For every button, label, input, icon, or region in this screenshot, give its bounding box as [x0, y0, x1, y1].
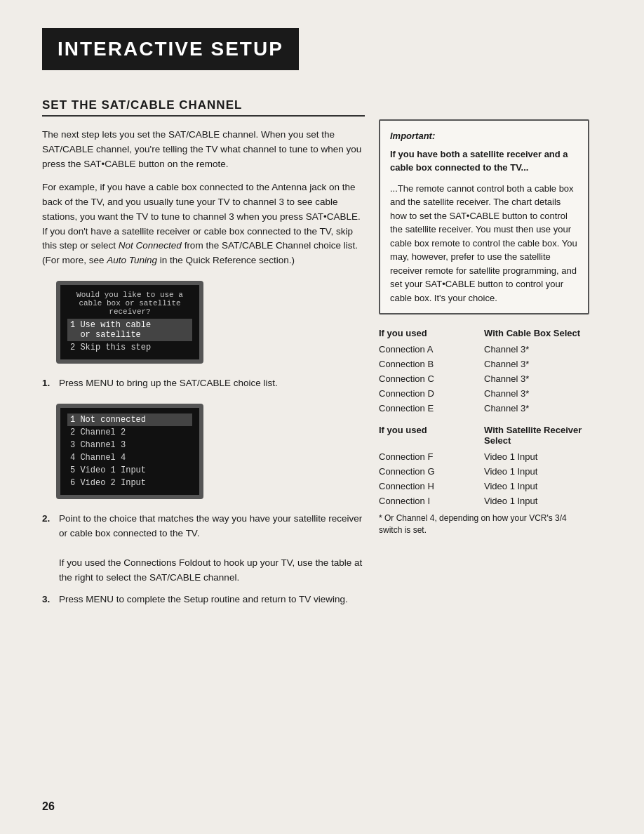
- step-1-num: 1.: [42, 376, 53, 391]
- row-d-col1: Connection D: [379, 388, 484, 399]
- important-intro: If you have both a satellite receiver an…: [390, 147, 578, 175]
- table-row-e: Connection E Channel 3*: [379, 401, 589, 416]
- page-container: INTERACTIVE SETUP SET THE SAT/CABLE CHAN…: [0, 0, 644, 834]
- row-e-col1: Connection E: [379, 403, 484, 413]
- main-content: SET THE SAT/CABLE CHANNEL The next step …: [0, 70, 644, 642]
- screen1-title: Would you like to use acable box or sate…: [67, 291, 192, 316]
- table-h2-col1: If you used: [379, 425, 484, 446]
- header-banner: INTERACTIVE SETUP: [42, 28, 299, 70]
- table-row-d: Connection D Channel 3*: [379, 386, 589, 401]
- step-1-text: Press MENU to bring up the SAT/CABLE cho…: [59, 376, 365, 391]
- steps-list-2: 2. Point to the choice that matches the …: [42, 512, 365, 607]
- table-h1-col1: If you used: [379, 328, 484, 338]
- table-row-b: Connection B Channel 3*: [379, 357, 589, 371]
- tv-screen-2: 1 Not connected 2 Channel 2 3 Channel 3 …: [56, 404, 203, 499]
- screen1-item-1: 1 Use with cable or satellite: [67, 319, 192, 341]
- row-c-col2: Channel 3*: [484, 373, 589, 384]
- channel-table: If you used With Cable Box Select Connec…: [379, 326, 589, 536]
- important-box: Important: If you have both a satellite …: [379, 119, 589, 315]
- table-h2-col2: With Satellite Receiver Select: [484, 425, 589, 446]
- row-c-col1: Connection C: [379, 373, 484, 384]
- table-row-f: Connection F Video 1 Input: [379, 449, 589, 464]
- screen2-item-5: 5 Video 1 Input: [67, 464, 192, 477]
- page-title: INTERACTIVE SETUP: [58, 38, 283, 60]
- steps-list: 1. Press MENU to bring up the SAT/CABLE …: [42, 376, 365, 391]
- row-i-col2: Video 1 Input: [484, 496, 589, 506]
- row-h-col2: Video 1 Input: [484, 481, 589, 491]
- table-row-h: Connection H Video 1 Input: [379, 479, 589, 494]
- step-3: 3. Press MENU to complete the Setup rout…: [42, 593, 365, 607]
- row-a-col2: Channel 3*: [484, 344, 589, 355]
- table-row-i: Connection I Video 1 Input: [379, 494, 589, 508]
- table-footnote: * Or Channel 4, depending on how your VC…: [379, 512, 589, 536]
- section-heading: SET THE SAT/CABLE CHANNEL: [42, 98, 365, 117]
- screen2-item-6: 6 Video 2 Input: [67, 477, 192, 489]
- row-a-col1: Connection A: [379, 344, 484, 355]
- row-h-col1: Connection H: [379, 481, 484, 491]
- row-g-col2: Video 1 Input: [484, 466, 589, 477]
- row-b-col1: Connection B: [379, 359, 484, 369]
- row-d-col2: Channel 3*: [484, 388, 589, 399]
- screen2-item-1: 1 Not connected: [67, 413, 192, 426]
- screen2-item-3: 3 Channel 3: [67, 439, 192, 451]
- page-number: 26: [42, 800, 55, 813]
- table-header-satellite: If you used With Satellite Receiver Sele…: [379, 423, 589, 448]
- table-row-c: Connection C Channel 3*: [379, 371, 589, 386]
- row-e-col2: Channel 3*: [484, 403, 589, 413]
- step-3-text: Press MENU to complete the Setup routine…: [59, 593, 365, 607]
- step-2-text: Point to the choice that matches the way…: [59, 512, 365, 585]
- table-h1-col2: With Cable Box Select: [484, 328, 589, 338]
- table-header-cable: If you used With Cable Box Select: [379, 326, 589, 340]
- step-1: 1. Press MENU to bring up the SAT/CABLE …: [42, 376, 365, 391]
- left-column: SET THE SAT/CABLE CHANNEL The next step …: [42, 84, 365, 614]
- row-b-col2: Channel 3*: [484, 359, 589, 369]
- table-row-a: Connection A Channel 3*: [379, 342, 589, 357]
- step-3-num: 3.: [42, 593, 53, 607]
- step-2-num: 2.: [42, 512, 53, 585]
- paragraph-1: The next step lets you set the SAT/CABLE…: [42, 128, 365, 172]
- row-f-col1: Connection F: [379, 451, 484, 462]
- screen2-item-4: 4 Channel 4: [67, 451, 192, 464]
- paragraph-2: For example, if you have a cable box con…: [42, 180, 365, 269]
- right-column: Important: If you have both a satellite …: [379, 84, 589, 614]
- tv-screen-1: Would you like to use acable box or sate…: [56, 281, 203, 364]
- row-i-col1: Connection I: [379, 496, 484, 506]
- screen2-item-2: 2 Channel 2: [67, 426, 192, 439]
- screen1-item-2: 2 Skip this step: [67, 341, 192, 354]
- table-row-g: Connection G Video 1 Input: [379, 464, 589, 479]
- row-g-col1: Connection G: [379, 466, 484, 477]
- important-label: Important:: [390, 129, 578, 143]
- step-2: 2. Point to the choice that matches the …: [42, 512, 365, 585]
- row-f-col2: Video 1 Input: [484, 451, 589, 462]
- important-body: ...The remote cannot control both a cabl…: [390, 182, 578, 305]
